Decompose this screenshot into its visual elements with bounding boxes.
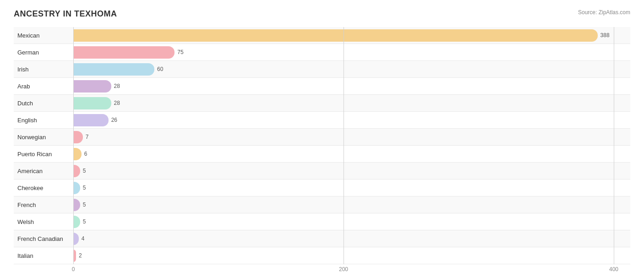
- source-label: Source: ZipAtlas.com: [578, 9, 630, 16]
- x-axis-tick: 0: [72, 266, 75, 273]
- chart-title: ANCESTRY IN TEXHOMA: [14, 9, 117, 19]
- bar-row: English26: [14, 112, 630, 129]
- bar-row: Puerto Rican6: [14, 146, 630, 163]
- bar: [73, 80, 111, 93]
- x-axis: 0200400: [73, 266, 614, 275]
- bar-row: American5: [14, 163, 630, 180]
- bar-value-label: 5: [83, 168, 86, 174]
- bar: [73, 216, 80, 228]
- bar-label: German: [17, 49, 39, 56]
- bar-row: Norwegian7: [14, 129, 630, 146]
- bar-value-label: 5: [83, 202, 86, 208]
- bar-row: French Canadian4: [14, 230, 630, 247]
- bar-value-label: 60: [157, 66, 163, 72]
- bar-value-label: 5: [83, 185, 86, 191]
- bar-label: American: [17, 168, 43, 174]
- chart-area: Mexican388German75Irish60Arab28Dutch28En…: [14, 27, 630, 275]
- bar-label: Norwegian: [17, 134, 46, 141]
- bar-label: Cherokee: [17, 185, 43, 191]
- bar-row: Arab28: [14, 78, 630, 95]
- bar-value-label: 5: [83, 218, 86, 225]
- bar-label: French: [17, 202, 36, 208]
- bar-row: German75: [14, 44, 630, 61]
- bar-label: Mexican: [17, 32, 39, 39]
- bar: [73, 46, 175, 59]
- bar: [73, 233, 79, 245]
- bar: [73, 182, 80, 194]
- bar-label: English: [17, 117, 37, 124]
- bars-container: Mexican388German75Irish60Arab28Dutch28En…: [14, 27, 630, 264]
- bar-value-label: 2: [79, 252, 82, 259]
- bar-row: Dutch28: [14, 95, 630, 112]
- bar: [73, 114, 109, 126]
- bar-row: Cherokee5: [14, 180, 630, 196]
- bar-label: French Canadian: [17, 235, 63, 242]
- bar-value-label: 4: [82, 235, 85, 242]
- bar-label: Puerto Rican: [17, 151, 52, 158]
- bar-label: Welsh: [17, 218, 34, 225]
- bar: [73, 199, 80, 211]
- bar-value-label: 7: [86, 134, 89, 140]
- bar-row: French5: [14, 196, 630, 213]
- x-axis-tick: 400: [609, 266, 618, 273]
- bar: [73, 165, 80, 177]
- bar: [73, 29, 598, 42]
- bar-row: Irish60: [14, 61, 630, 78]
- bar-label: Arab: [17, 83, 30, 90]
- bar-value-label: 388: [600, 32, 610, 38]
- bar-label: Irish: [17, 66, 29, 73]
- bar-value-label: 75: [177, 49, 183, 55]
- bar-value-label: 28: [114, 100, 120, 106]
- bar-row: Mexican388: [14, 27, 630, 44]
- bar-value-label: 6: [84, 151, 87, 157]
- bar: [73, 97, 111, 109]
- bar-label: Italian: [17, 252, 33, 259]
- bar: [73, 131, 83, 143]
- bar: [73, 148, 82, 160]
- bar-value-label: 26: [111, 117, 117, 123]
- grid-line: [73, 27, 74, 264]
- bar-row: Italian2: [14, 247, 630, 264]
- bar-row: Welsh5: [14, 213, 630, 230]
- bar-value-label: 28: [114, 83, 120, 89]
- x-axis-tick: 200: [339, 266, 348, 273]
- grid-line: [344, 27, 344, 264]
- grid-line: [614, 27, 614, 264]
- bar: [73, 63, 154, 76]
- bar-label: Dutch: [17, 100, 33, 107]
